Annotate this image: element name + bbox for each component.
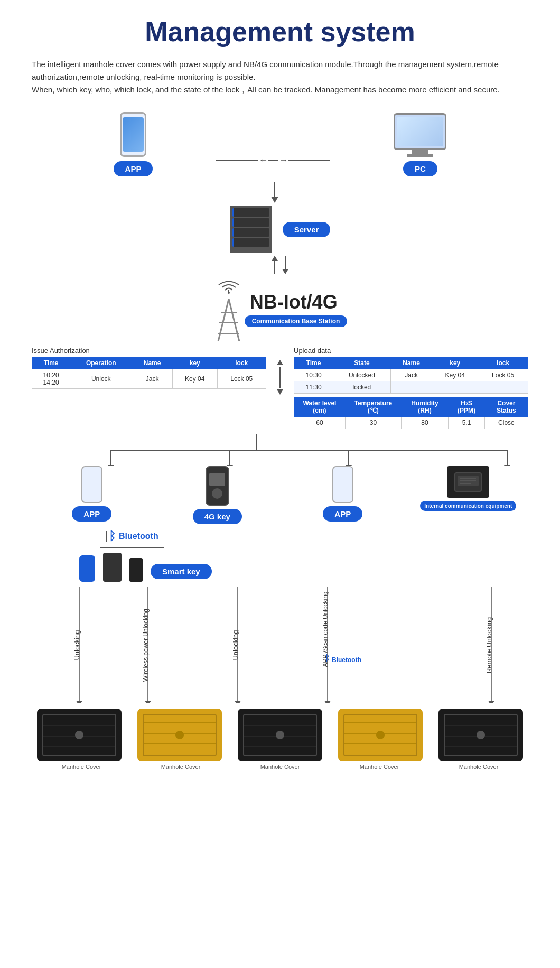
bi-arrow-row (272, 256, 288, 274)
up-line (274, 261, 275, 274)
up-arrow (272, 256, 278, 274)
key-screen (209, 473, 225, 486)
cover-labels: Manhole Cover Manhole Cover Manhole Cove… (32, 764, 528, 770)
up-arrowhead-mid (277, 360, 283, 365)
cell-time3: 10:30 (294, 369, 333, 381)
connector-lines-top (32, 434, 528, 466)
cell-state-locked: locked (333, 381, 391, 394)
internal-device-svg (452, 470, 484, 494)
col-name: Name (132, 357, 173, 369)
svg-point-49 (276, 731, 284, 739)
sk-line (100, 547, 164, 548)
h-line-left (216, 160, 258, 161)
app-pill: APP (114, 161, 153, 176)
svg-line-2 (229, 299, 239, 341)
server-pill: Server (283, 222, 331, 237)
cover-detail-5 (444, 714, 518, 756)
col-cover: Cover Status (484, 397, 528, 417)
tables-row: Issue Authorization Time Operation Name … (32, 347, 528, 429)
cell-name: Jack (132, 369, 173, 389)
cover-yellow-1 (137, 709, 222, 761)
top-arrows: ← → (216, 155, 330, 166)
left-arrow-icon: ← (258, 155, 268, 166)
col-time2: Time (294, 357, 333, 369)
monitor-screen (397, 117, 443, 146)
internal-device-icon (447, 466, 489, 498)
col-water: Water level (cm) (294, 397, 346, 417)
cover-detail-2 (143, 714, 217, 756)
covers-row (32, 709, 528, 761)
bottom-4g-key: 4G key (157, 466, 278, 524)
svg-line-1 (218, 299, 229, 341)
cover-yellow-2 (338, 709, 423, 761)
upload-data-section: Upload data Time State Name key lock (294, 347, 528, 429)
arrow-left-right: ← → (216, 155, 330, 166)
app-device-block: APP (114, 112, 153, 176)
down-arrow-1 (21, 182, 528, 203)
page-container: Management system The intelligent manhol… (0, 0, 560, 786)
svg-marker-14 (346, 465, 352, 466)
svg-marker-34 (324, 701, 331, 703)
cell-h2s: 5.1 (449, 417, 485, 429)
cover-detail-3 (243, 714, 317, 756)
tower-svg (213, 299, 245, 341)
svg-point-0 (228, 292, 230, 294)
upload-table1: Time State Name key lock 10:30 Unlocked … (294, 357, 528, 394)
svg-marker-13 (227, 465, 233, 466)
cell-temp: 30 (345, 417, 401, 429)
svg-text:Wireless power Unlocking: Wireless power Unlocking (142, 609, 150, 682)
monitor-stand (412, 150, 428, 154)
cover-black-2 (238, 709, 322, 761)
arrow-head-1 (271, 197, 278, 203)
cell-name3: Jack (390, 369, 432, 381)
cover-detail-4 (343, 714, 417, 756)
cell-name4 (390, 381, 432, 394)
small-phone-right (332, 466, 353, 503)
page-title: Management system (32, 16, 528, 48)
smart-key-pill: Smart key (151, 564, 212, 579)
h-line-mid (268, 160, 278, 161)
cell-lock4 (478, 381, 528, 394)
h-line-right (288, 160, 330, 161)
svg-point-57 (477, 731, 485, 739)
top-devices-row: APP ← → (32, 112, 528, 176)
cell-cover-status: Close (484, 417, 528, 429)
svg-marker-37 (488, 701, 494, 703)
key-card-icon (129, 558, 143, 582)
col-operation: Operation (70, 357, 132, 369)
cover-label-5: Manhole Cover (459, 764, 499, 770)
upload-data-title: Upload data (294, 347, 528, 355)
monitor-icon (394, 113, 446, 150)
intro-text: The intelligent manhole cover comes with… (32, 58, 528, 96)
key-fob-icon (79, 555, 95, 582)
cover-label-1: Manhole Cover (62, 764, 101, 770)
col-state: State (333, 357, 391, 369)
server-unit-3 (232, 228, 269, 237)
cover-detail-1 (42, 714, 116, 756)
issue-auth-table: Time Operation Name key lock 10:2014:20 … (32, 357, 266, 389)
bottom-app-left: APP (32, 466, 152, 522)
phone-screen (123, 117, 144, 152)
server-unit-4 (232, 238, 269, 247)
down-arrowhead (282, 269, 288, 274)
comm-base-pill: Communication Base Station (245, 315, 348, 327)
col-humidity: Humidity (RH) (401, 397, 448, 417)
table-row: 60 30 80 5.1 Close (294, 417, 528, 429)
smart-keys-line (100, 547, 164, 548)
cell-state-unlocked: Unlocked (333, 369, 391, 381)
bi-arrows (264, 256, 296, 274)
cover-label-2: Manhole Cover (161, 764, 201, 770)
4g-key-pill: 4G key (193, 509, 242, 524)
cell-water: 60 (294, 417, 346, 429)
cover-svg-2 (144, 715, 216, 755)
table-row: 11:30 locked (294, 381, 528, 394)
cell-time4: 11:30 (294, 381, 333, 394)
cover-svg-5 (445, 715, 517, 755)
cover-label-4: Manhole Cover (360, 764, 399, 770)
cover-black-3 (438, 709, 523, 761)
cover-svg-3 (244, 715, 316, 755)
col-name2: Name (390, 357, 432, 369)
svg-marker-26 (145, 701, 151, 703)
connector-svg-top (32, 434, 528, 466)
cell-time: 10:2014:20 (32, 369, 70, 389)
